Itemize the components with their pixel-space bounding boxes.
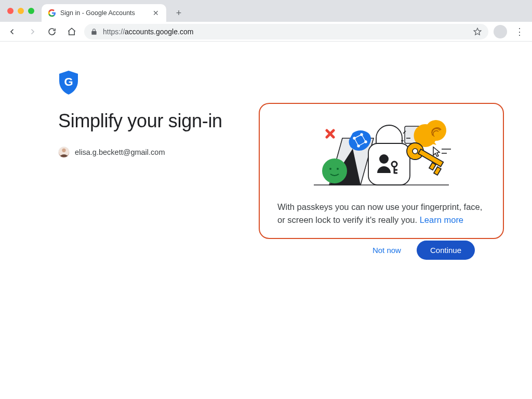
svg-point-2: [62, 149, 65, 152]
home-button[interactable]: [64, 24, 79, 39]
window-controls: [0, 0, 42, 22]
new-tab-button[interactable]: +: [171, 6, 186, 20]
browser-tab-strip: Sign in - Google Accounts ✕ +: [0, 0, 532, 22]
forward-button[interactable]: [25, 24, 39, 39]
svg-rect-33: [434, 167, 441, 175]
browser-menu-button[interactable]: ⋮: [512, 24, 527, 39]
browser-tab-active[interactable]: Sign in - Google Accounts ✕: [42, 4, 166, 22]
passkey-description: With passkeys you can now use your finge…: [277, 201, 485, 227]
continue-button[interactable]: Continue: [417, 241, 475, 260]
window-minimize-button[interactable]: [18, 8, 24, 14]
reload-button[interactable]: [45, 24, 59, 39]
close-tab-icon[interactable]: ✕: [152, 9, 160, 17]
browser-toolbar: https://accounts.google.com ⋮: [0, 22, 532, 42]
svg-point-6: [337, 168, 339, 170]
passkey-info-card: With passkeys you can now use your finge…: [259, 103, 504, 239]
svg-text:G: G: [64, 75, 73, 88]
url-scheme: https://: [103, 28, 125, 36]
window-close-button[interactable]: [7, 8, 14, 14]
svg-point-5: [329, 168, 331, 170]
google-shield-icon: G: [58, 71, 474, 97]
address-bar[interactable]: https://accounts.google.com: [84, 24, 488, 39]
svg-rect-23: [368, 143, 410, 185]
svg-rect-34: [429, 163, 436, 170]
lock-icon: [90, 28, 98, 35]
action-row: Not now Continue: [259, 241, 504, 260]
passkey-illustration: [277, 113, 485, 191]
svg-point-24: [379, 154, 389, 164]
url-host: accounts.google.com: [125, 28, 193, 36]
account-email: elisa.g.beckett@gmail.com: [75, 148, 165, 156]
not-now-button[interactable]: Not now: [366, 241, 407, 260]
browser-tab-title: Sign in - Google Accounts: [60, 9, 148, 17]
bookmark-star-icon[interactable]: [473, 27, 482, 36]
avatar: [58, 147, 70, 158]
google-favicon-icon: [48, 9, 56, 17]
profile-avatar-button[interactable]: [494, 25, 507, 38]
url-text: https://accounts.google.com: [103, 28, 468, 36]
learn-more-link[interactable]: Learn more: [420, 215, 463, 224]
back-button[interactable]: [5, 24, 20, 39]
svg-point-31: [413, 149, 418, 154]
svg-point-4: [322, 158, 347, 183]
window-maximize-button[interactable]: [28, 8, 34, 14]
